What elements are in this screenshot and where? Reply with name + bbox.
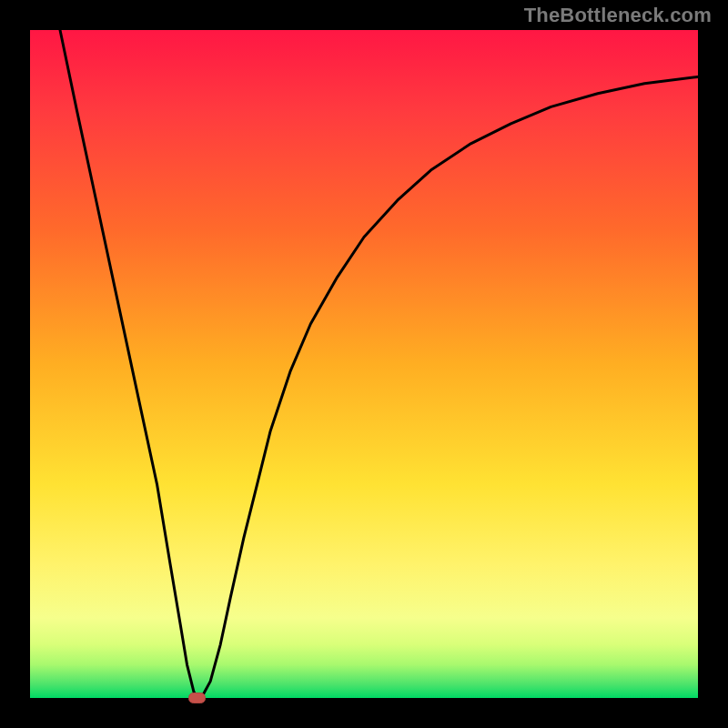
chart-frame: TheBottleneck.com (0, 0, 728, 728)
bottleneck-chart (0, 0, 728, 728)
minimum-marker (189, 693, 206, 703)
watermark-text: TheBottleneck.com (524, 4, 712, 27)
